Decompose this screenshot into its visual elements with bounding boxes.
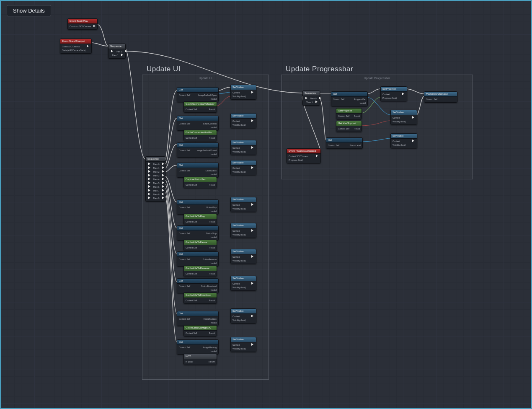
node-title: Get [177, 252, 218, 257]
node-pin-label: Context [232, 146, 240, 150]
node-fn1[interactable]: Get IsConnectedToServer Context SelfResu… [183, 101, 217, 113]
node-pb-get[interactable]: Get Context SelfProgressBar Invalid [331, 91, 368, 106]
node-title: Event StateChanged [60, 39, 91, 44]
node-sequence-top[interactable]: Sequence Then 0 Then 1 [108, 44, 126, 59]
node-sequence-main[interactable]: Sequence Then 0Then 1Then 2Then 3Then 4T… [145, 156, 165, 202]
node-title: Get [177, 311, 218, 316]
node-pin-label: Context Self [179, 169, 190, 173]
node-title: Get [177, 163, 218, 168]
node-pin-label: Context [232, 91, 240, 95]
node-sv3[interactable]: SetVisible Context Visibility (bool) [230, 140, 256, 155]
node-sv4[interactable]: SetVisible Context Visibility (bool) [230, 160, 256, 175]
node-pin-label: LabelStatus [206, 169, 217, 173]
node-pin-label: Visibility (bool) [232, 170, 246, 174]
node-get3[interactable]: Get Context SelfImagePadlockClosed Inval… [177, 142, 219, 158]
node-pin-label: StatusLabel [350, 144, 361, 148]
node-sv2[interactable]: SetVisible Context Visibility (bool) [230, 113, 256, 128]
node-pin-label: ContextSCCamera [62, 45, 80, 49]
node-get9[interactable]: Get Context SelfImageStorage Invalid [177, 311, 219, 326]
node-pin-label: Invalid [211, 210, 217, 213]
node-pin-label: Invalid [211, 153, 217, 156]
node-fn9[interactable]: Get IsLocalStorageOK Context SelfResult [183, 325, 217, 337]
node-get6[interactable]: Get Context SelfButtonStop Invalid [177, 225, 219, 241]
node-pin-label: Then 1 [153, 166, 160, 170]
node-pin-label: Context [232, 315, 240, 318]
node-pb-get2[interactable]: Get Context SelfStatusLabel [326, 137, 363, 149]
node-pin-label: Then 0 [116, 50, 122, 54]
node-sv8[interactable]: SetVisible Context Visibility (bool) [230, 276, 256, 291]
node-pin-label: Context Self [328, 144, 339, 148]
node-fn5[interactable]: Get IsAbleToPlay Context SelfResult [183, 214, 217, 225]
node-get5[interactable]: Get Context SelfButtonPlay Invalid [177, 199, 219, 215]
node-pin-label: Context Self [186, 136, 197, 140]
node-get7[interactable]: Get Context SelfButtonResume Invalid [177, 251, 219, 267]
show-details-button[interactable]: Show Details [7, 5, 51, 16]
node-get8[interactable]: Get Context SelfButtonDownload Invalid [177, 278, 219, 293]
node-pb-sequence[interactable]: Sequence Then 0 Then 1 [302, 91, 320, 106]
node-pin-label: ProgressBar [354, 98, 366, 101]
node-get2[interactable]: Get Context SelfButtonConnect Invalid [177, 116, 219, 131]
node-title: SetVisible [231, 249, 256, 254]
node-pb-getprogress[interactable]: GetProgress Context SelfResult [336, 108, 362, 119]
node-pin-label: ImagePadlockOpen [198, 93, 217, 97]
node-pb-setvisible[interactable]: SetVisible ContextVisibility (bool) [390, 110, 417, 125]
node-sv5[interactable]: SetVisible Context Visibility (bool) [230, 197, 256, 212]
node-pin-label: Context [232, 203, 240, 207]
node-get4[interactable]: Get Context SelfLabelStatus Invalid [177, 163, 219, 178]
node-pb-setvisible2[interactable]: SetVisible ContextVisibility (bool) [390, 133, 417, 148]
node-pin-label: ButtonDownload [201, 285, 217, 288]
node-pin-label: State (ASCCameraState) [62, 49, 85, 52]
node-pin-label: Result [209, 183, 215, 187]
node-pin-label: Result [354, 114, 360, 118]
node-pb-markstate[interactable]: MarkStateChanged Context Self [424, 91, 457, 103]
node-sv6[interactable]: SetVisible Context Visibility (bool) [230, 223, 256, 238]
node-get1[interactable]: Get Context SelfImagePadlockOpen Invalid [177, 87, 219, 102]
node-pin-label: Then 0 [310, 97, 317, 101]
node-pin-label: Invalid [211, 349, 217, 353]
node-pin-label: Context Self [179, 346, 190, 349]
node-title: SetVisible [231, 114, 256, 119]
node-pin-label: Return [209, 360, 215, 364]
node-pin-label: Then 3 [153, 174, 160, 178]
node-pin-label: Visibility (bool) [232, 123, 246, 127]
node-pin-label: Context Self [179, 285, 190, 288]
node-title: Get IsConnectedAndFound [184, 130, 217, 135]
node-sv1[interactable]: SetVisible Context Visibility (bool) [230, 85, 256, 100]
node-pin-label: Result [209, 272, 215, 276]
node-title: Get [177, 340, 218, 345]
node-pin-label: Context Self [186, 299, 197, 303]
node-title: SetVisible [231, 140, 256, 145]
node-not[interactable]: NOT In (bool)Return [183, 354, 217, 365]
node-pin-label: Result [209, 246, 215, 250]
node-title: Get IsConnectedToServer [184, 102, 217, 107]
node-pb-setprogress[interactable]: SetProgress ContextProgress (float) [380, 86, 407, 101]
node-pin-label: Invalid [211, 261, 217, 265]
node-pin-label: Then 2 [153, 170, 160, 174]
node-fn4[interactable]: CaptureStatusText Context SelfResult [183, 177, 217, 188]
node-pin-label: Visibility (bool) [393, 120, 406, 124]
node-fn8[interactable]: Get IsAbleToDownload Context SelfResult [183, 293, 217, 304]
node-event-beginplay[interactable]: Event BeginPlay Construct SCCCamera [67, 18, 98, 30]
node-fn2[interactable]: Get IsConnectedAndFound Context SelfResu… [183, 130, 217, 141]
node-title: Get HasSupport [336, 121, 362, 126]
node-get10[interactable]: Get Context SelfImageWarning Invalid [177, 339, 219, 355]
node-pin-label: Invalid [360, 101, 366, 105]
node-pin-label: Then 8 [153, 193, 160, 197]
node-fn7[interactable]: Get IsAbleToResume Context SelfResult [183, 266, 217, 277]
node-pin-label: ButtonStop [206, 232, 217, 236]
node-fn6[interactable]: Get IsAbleToPause Context SelfResult [183, 240, 217, 251]
node-sv10[interactable]: SetVisible Context Visibility (bool) [230, 337, 256, 352]
node-sv7[interactable]: SetVisible Context Visibility (bool) [230, 249, 256, 264]
node-pin-label: Then 4 [153, 178, 160, 181]
node-pb-hassupport[interactable]: Get HasSupport Context SelfResult [336, 121, 362, 132]
node-pb-event[interactable]: Event ProgressChanged Context SCCCamera … [287, 148, 321, 163]
node-title: Sequence [303, 91, 320, 96]
node-pin-label: Visibility (bool) [232, 286, 246, 290]
node-event-statechanged[interactable]: Event StateChanged ContextSCCamera State… [60, 39, 92, 54]
node-pin-label: Context [232, 119, 240, 123]
node-pin-label: Context [232, 166, 240, 170]
node-pin-label: Then 6 [153, 185, 160, 189]
node-pin-label: Context Self [338, 127, 349, 131]
blueprint-viewport[interactable]: Show Details Update UI Update UI Update … [0, 0, 532, 409]
node-sv9[interactable]: SetVisible Context Visibility (bool) [230, 308, 256, 324]
